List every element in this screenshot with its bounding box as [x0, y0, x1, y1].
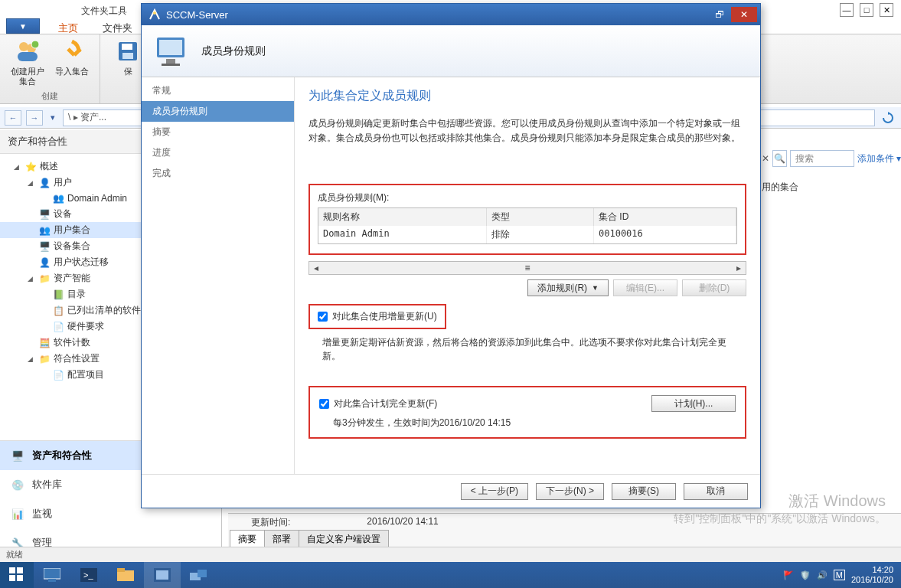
assets-icon: 🖥️: [9, 447, 26, 464]
tray-flag-icon[interactable]: 🚩: [783, 570, 794, 580]
taskbar-powershell[interactable]: >_: [70, 562, 107, 588]
add-rule-button[interactable]: 添加规则(R): [527, 279, 609, 296]
star-icon: ⭐: [24, 161, 37, 173]
detail-tab-custom[interactable]: 自定义客户端设置: [299, 530, 389, 548]
svg-rect-12: [48, 579, 56, 582]
status-bar: 就绪: [0, 547, 901, 562]
taskbar-explorer[interactable]: [107, 562, 144, 588]
cancel-button[interactable]: 取消: [684, 483, 748, 500]
detail-tab-deploy[interactable]: 部署: [264, 530, 299, 548]
minimize-icon[interactable]: —: [840, 3, 854, 17]
col-collection-id[interactable]: 集合 ID: [594, 208, 736, 226]
wizard-nav-rules[interactable]: 成员身份规则: [142, 101, 294, 122]
tray-shield-icon[interactable]: 🛡️: [800, 570, 811, 580]
svg-rect-20: [198, 570, 207, 577]
svg-rect-5: [122, 44, 132, 50]
wizard-dialog: SCCM-Server 🗗 ✕ 成员身份规则 常规 成员身份规则 摘要 进度 完…: [141, 3, 761, 508]
svg-point-3: [31, 41, 39, 48]
wizard-main: 为此集合定义成员规则 成员身份规则确定更新时集合中包括哪些资源。您可以使用成员身…: [295, 77, 760, 474]
nav-back-button[interactable]: ←: [5, 110, 21, 126]
svg-rect-25: [162, 64, 180, 66]
import-icon: [58, 38, 86, 65]
col-rule-type[interactable]: 类型: [487, 208, 594, 226]
page-title: 为此集合定义成员规则: [308, 88, 746, 104]
dialog-close-button[interactable]: ✕: [731, 7, 757, 22]
wizard-nav-complete[interactable]: 完成: [142, 163, 294, 184]
refresh-icon[interactable]: [880, 110, 896, 126]
edit-rule-button[interactable]: 编辑(E)...: [613, 279, 677, 296]
tray-ime-icon[interactable]: M: [834, 570, 845, 580]
tray-clock[interactable]: 14:20 2016/10/20: [851, 565, 893, 585]
page-description: 成员身份规则确定更新时集合中包括哪些资源。您可以使用成员身份规则从查询中添加一个…: [308, 116, 746, 145]
wizard-nav-general[interactable]: 常规: [142, 80, 294, 101]
full-update-checkbox[interactable]: 对此集合计划完全更新(F): [319, 397, 437, 410]
save-icon: [114, 38, 142, 65]
svg-text:>_: >_: [83, 570, 93, 580]
device-collection-icon: 🖥️: [38, 240, 51, 253]
nav-forward-button[interactable]: →: [26, 110, 43, 126]
nav-history-dropdown[interactable]: ▾: [47, 110, 58, 126]
wizard-nav-progress[interactable]: 进度: [142, 142, 294, 163]
search-input[interactable]: 搜索: [790, 150, 854, 167]
app-menu-button[interactable]: ▼: [6, 18, 40, 34]
prev-button[interactable]: < 上一步(P): [461, 483, 528, 500]
monitoring-icon: 📊: [9, 505, 26, 522]
wizard-nav: 常规 成员身份规则 摘要 进度 完成: [142, 77, 295, 474]
users-icon: [14, 38, 41, 65]
next-button[interactable]: 下一步(N) >: [536, 483, 604, 500]
create-user-collection-button[interactable]: 创建用户集合: [8, 38, 47, 87]
detail-pane: 更新时间: 2016/10/20 14:11 摘要 部署 自定义客户端设置: [228, 513, 901, 548]
dialog-restore-button[interactable]: 🗗: [708, 7, 731, 22]
col-rule-name[interactable]: 规则名称: [318, 208, 487, 226]
detail-tab-summary[interactable]: 摘要: [230, 530, 265, 548]
close-icon[interactable]: ✕: [880, 3, 893, 17]
svg-rect-24: [166, 59, 175, 64]
user-collection-icon: 👥: [38, 224, 51, 237]
maximize-icon[interactable]: □: [860, 3, 873, 17]
catalog-icon: 📗: [52, 289, 64, 301]
search-icon[interactable]: 🔍: [772, 150, 787, 167]
schedule-text: 每3分钟发生，生效时间为2016/10/20 14:15: [333, 416, 736, 430]
dialog-title: SCCM-Server: [166, 9, 228, 21]
folder-icon: 📁: [38, 353, 51, 365]
schedule-button[interactable]: 计划(H)...: [651, 395, 736, 412]
incremental-section: 对此集合使用增量更新(U): [308, 304, 446, 329]
dialog-titlebar[interactable]: SCCM-Server 🗗 ✕: [142, 4, 760, 25]
system-tray: 🚩 🛡️ 🔊 M 14:20 2016/10/20: [783, 565, 901, 585]
metering-icon: 🧮: [38, 337, 51, 349]
taskbar-app[interactable]: [181, 562, 217, 588]
taskbar-sccm[interactable]: [144, 562, 181, 588]
svg-rect-2: [18, 52, 38, 61]
start-button[interactable]: [0, 562, 34, 588]
folder-icon: 📁: [38, 273, 51, 285]
import-collection-button[interactable]: 导入集合: [52, 38, 92, 87]
bg-window-controls: — □ ✕: [832, 0, 901, 20]
hardware-icon: 📄: [52, 321, 64, 333]
dialog-title-icon: [148, 8, 162, 21]
delete-rule-button[interactable]: 删除(D): [682, 279, 746, 296]
update-time-label: 更新时间:: [251, 516, 290, 529]
search-area: ✕ 🔍 搜索 添加条件 ▾: [762, 150, 901, 167]
incremental-checkbox[interactable]: 对此集合使用增量更新(U): [318, 310, 437, 323]
svg-point-0: [19, 42, 28, 51]
svg-rect-11: [44, 568, 60, 579]
wizard-footer: < 上一步(P) 下一步(N) > 摘要(S) 取消: [142, 474, 760, 508]
users-icon: 👥: [52, 192, 64, 204]
svg-rect-7: [9, 567, 15, 573]
scroll-thumb[interactable]: ≡: [323, 263, 732, 273]
svg-rect-8: [17, 567, 23, 573]
svg-rect-15: [117, 570, 134, 581]
summary-button[interactable]: 摘要(S): [612, 483, 676, 500]
horizontal-scrollbar[interactable]: ◂ ≡ ▸: [308, 261, 746, 275]
scroll-right-icon[interactable]: ▸: [732, 263, 746, 273]
table-row[interactable]: Domain Admin 排除 00100016: [318, 226, 736, 243]
tray-volume-icon[interactable]: 🔊: [817, 570, 828, 580]
taskbar-server-manager[interactable]: [34, 562, 70, 588]
rules-table[interactable]: 规则名称 类型 集合 ID Domain Admin 排除 00100016: [318, 207, 737, 244]
incremental-desc: 增量更新定期评估新资源，然后将合格的资源添加到此集合中。此选项不要求你对此集合计…: [322, 335, 743, 363]
svg-rect-16: [117, 568, 125, 572]
add-condition-link[interactable]: 添加条件 ▾: [857, 152, 901, 165]
scroll-left-icon[interactable]: ◂: [309, 263, 323, 273]
wizard-nav-summary[interactable]: 摘要: [142, 122, 294, 142]
ribbon-group-label: 创建: [41, 90, 58, 102]
